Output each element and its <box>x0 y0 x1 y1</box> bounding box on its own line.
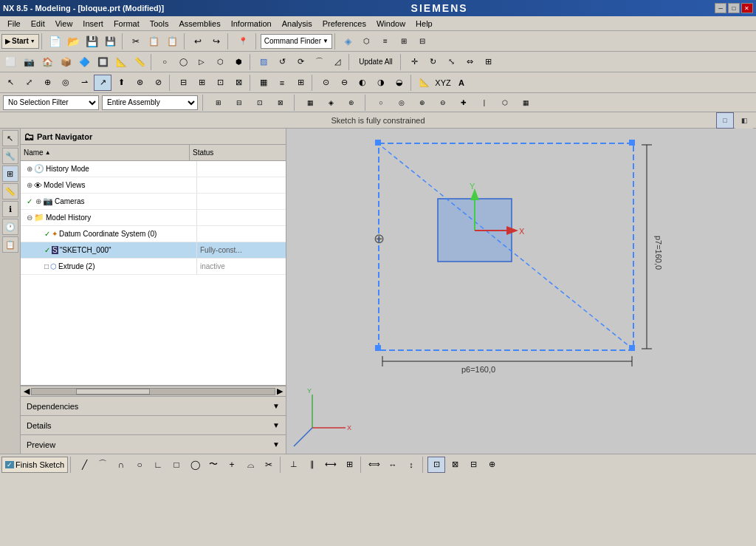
undo-btn[interactable]: ↩ <box>189 33 207 50</box>
cut-btn[interactable]: ✂ <box>127 33 145 50</box>
bt-constraint4[interactable]: ⊞ <box>340 457 358 473</box>
tb3-21[interactable]: 📐 <box>416 75 433 91</box>
details-panel[interactable]: Details ▼ <box>21 415 286 434</box>
menu-tools[interactable]: Tools <box>145 18 173 29</box>
snap-btn[interactable]: 📍 <box>233 33 253 50</box>
open-btn[interactable]: 📂 <box>65 33 83 50</box>
view-mode-btn1[interactable]: □ <box>716 112 734 129</box>
tb2-12[interactable]: ⬡ <box>211 54 229 70</box>
tb2-rotate[interactable]: ↻ <box>424 54 441 70</box>
tb3-4[interactable]: ◎ <box>57 75 75 91</box>
tb3-12[interactable]: ⊠ <box>230 75 247 91</box>
tb3-22[interactable]: XYZ <box>434 75 452 91</box>
bt-sketch2[interactable]: ⊠ <box>446 457 464 473</box>
filter-btn-4[interactable]: ⊠ <box>272 95 289 111</box>
update-all-btn[interactable]: Update All <box>354 54 398 70</box>
view-mode-btn2[interactable]: ◧ <box>735 112 753 129</box>
filter-btn-2[interactable]: ⊟ <box>230 95 248 111</box>
bt-circle[interactable]: ○ <box>131 457 148 473</box>
tb2-scale[interactable]: ⤡ <box>442 54 460 70</box>
tb2-pattern[interactable]: ⊞ <box>479 54 497 70</box>
tree-cameras[interactable]: ✓ ⊕ 📷 Cameras <box>21 194 286 210</box>
tb3-arrow[interactable]: ↗ <box>94 75 111 91</box>
bt-arc2[interactable]: ∩ <box>112 457 130 473</box>
filter-btn-5[interactable]: ▦ <box>301 95 319 111</box>
redo-btn[interactable]: ↪ <box>207 33 225 50</box>
sidebar-icon-select[interactable]: ↖ <box>2 130 18 146</box>
dependencies-panel[interactable]: Dependencies ▼ <box>21 396 286 415</box>
menu-assemblies[interactable]: Assemblies <box>174 18 224 29</box>
restore-btn[interactable]: □ <box>728 3 740 13</box>
filter-btn-9[interactable]: ◎ <box>393 95 410 111</box>
tb3-select[interactable]: ⬆ <box>112 75 130 91</box>
filter-btn-3[interactable]: ⊡ <box>251 95 269 111</box>
menu-window[interactable]: Window <box>372 18 410 29</box>
toolbar-icon-1[interactable]: ◈ <box>340 33 357 50</box>
scroll-track[interactable] <box>31 388 275 395</box>
tb3-9[interactable]: ⊟ <box>174 75 192 91</box>
tb3-17[interactable]: ⊖ <box>335 75 353 91</box>
close-btn[interactable]: ✕ <box>741 3 753 13</box>
bt-constraint1[interactable]: ⊥ <box>285 457 303 473</box>
start-button[interactable]: ▶ Start ▼ <box>1 34 39 49</box>
bt-point[interactable]: + <box>223 457 241 473</box>
sidebar-icon-tools[interactable]: 🔧 <box>2 148 18 164</box>
tree-datum-coord[interactable]: ✓ ✦ Datum Coordinate System (0) <box>21 226 286 242</box>
tb2-chamfer[interactable]: ◿ <box>329 54 346 70</box>
tb2-13[interactable]: ⬢ <box>230 54 247 70</box>
menu-information[interactable]: Information <box>227 18 276 29</box>
copy-btn[interactable]: 📋 <box>145 33 163 50</box>
tree-sketch-000[interactable]: ✓ S "SKETCH_000" Fully-const... <box>21 242 286 259</box>
bt-constraint3[interactable]: ⟷ <box>322 457 340 473</box>
toolbar-icon-5[interactable]: ⊟ <box>413 33 431 50</box>
finish-sketch-container[interactable]: ✓ Finish Sketch <box>1 457 68 473</box>
toolbar-icon-4[interactable]: ⊞ <box>395 33 413 50</box>
filter-btn-14[interactable]: ⬡ <box>496 95 514 111</box>
bt-profile[interactable]: ∟ <box>149 457 167 473</box>
menu-analysis[interactable]: Analysis <box>278 18 317 29</box>
scroll-left-btn[interactable]: ◀ <box>22 386 31 396</box>
bt-constraint2[interactable]: ∥ <box>303 457 321 473</box>
bt-fillet[interactable]: ⌓ <box>241 457 259 473</box>
filter-btn-8[interactable]: ○ <box>372 95 390 111</box>
tb3-5[interactable]: ⇀ <box>75 75 93 91</box>
assembly-filter-dropdown[interactable]: Entire Assembly <box>102 95 198 110</box>
tb3-16[interactable]: ⊙ <box>317 75 334 91</box>
bt-dim3[interactable]: ↕ <box>402 457 420 473</box>
tb3-11[interactable]: ⊡ <box>211 75 229 91</box>
bt-trim[interactable]: ✂ <box>260 457 278 473</box>
menu-help[interactable]: Help <box>411 18 437 29</box>
horizontal-scrollbar[interactable]: ◀ ▶ <box>21 386 286 396</box>
tb2-revolve[interactable]: ↺ <box>273 54 291 70</box>
menu-file[interactable]: File <box>3 18 25 29</box>
bt-spline[interactable]: 〜 <box>205 457 222 473</box>
tb3-3[interactable]: ⊕ <box>38 75 56 91</box>
tb3-13[interactable]: ▦ <box>255 75 272 91</box>
bt-dim2[interactable]: ↔ <box>384 457 402 473</box>
tb3-23[interactable]: A <box>453 75 470 91</box>
tree-extrude[interactable]: □ ⬡ Extrude (2) inactive <box>21 259 286 275</box>
tb3-15[interactable]: ⊞ <box>292 75 309 91</box>
paste-btn[interactable]: 📋 <box>164 33 182 50</box>
sidebar-icon-history[interactable]: 🕐 <box>2 219 18 235</box>
tree-sort-arrow[interactable]: ▲ <box>45 149 51 156</box>
filter-btn-10[interactable]: ⊕ <box>413 95 431 111</box>
selection-filter-dropdown[interactable]: No Selection Filter <box>3 95 99 110</box>
command-finder[interactable]: Command Finder ▼ <box>261 34 332 49</box>
tb2-blend[interactable]: ⌒ <box>310 54 328 70</box>
tb3-20[interactable]: ◒ <box>391 75 408 91</box>
tb3-1[interactable]: ↖ <box>1 75 19 91</box>
sidebar-icon-measure[interactable]: 📏 <box>2 183 18 199</box>
scroll-thumb[interactable] <box>76 389 150 395</box>
tree-history-mode[interactable]: ⊕ 🕐 History Mode <box>21 161 286 177</box>
bt-sketch4[interactable]: ⊕ <box>483 457 501 473</box>
menu-edit[interactable]: Edit <box>27 18 49 29</box>
tb3-18[interactable]: ◐ <box>354 75 371 91</box>
toolbar-icon-3[interactable]: ≡ <box>377 33 394 50</box>
new-btn[interactable]: 📄 <box>47 33 64 50</box>
tb2-6[interactable]: 🔲 <box>94 54 111 70</box>
tb2-1[interactable]: ⬜ <box>1 54 19 70</box>
title-controls[interactable]: ─ □ ✕ <box>715 3 753 13</box>
tb3-7[interactable]: ⊛ <box>131 75 148 91</box>
tb2-8[interactable]: 📏 <box>131 54 148 70</box>
